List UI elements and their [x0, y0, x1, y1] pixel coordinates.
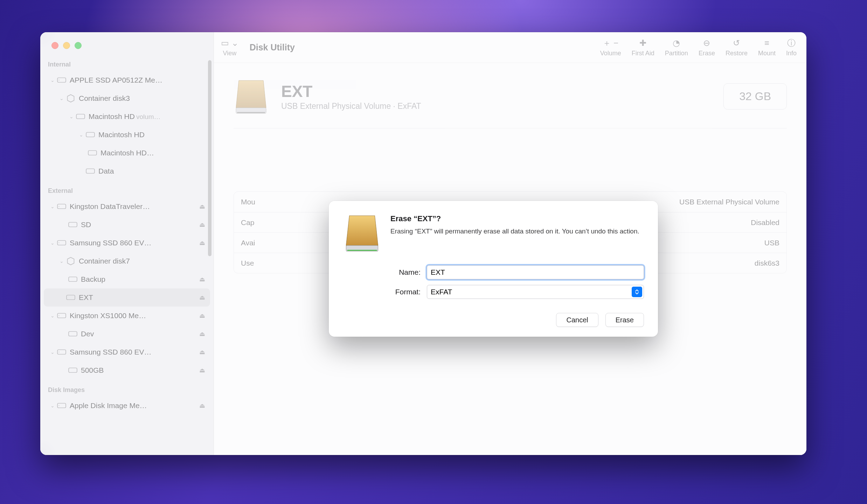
divider — [234, 128, 787, 128]
volume-icon — [86, 168, 95, 175]
erase-button[interactable]: ⊖Erase — [699, 38, 715, 57]
close-button[interactable] — [51, 42, 58, 49]
svg-rect-4 — [88, 151, 97, 155]
volume-button[interactable]: ＋ −Volume — [600, 38, 621, 57]
svg-point-10 — [58, 243, 59, 243]
eject-icon[interactable]: ⏏ — [199, 239, 207, 247]
eject-icon[interactable]: ⏏ — [199, 294, 207, 301]
volume-icon — [66, 294, 75, 301]
info-key: Avai — [234, 239, 311, 247]
sidebar-item-disk[interactable]: ⌄ Kingston DataTraveler… ⏏ — [44, 197, 210, 216]
minimize-button[interactable] — [63, 42, 70, 49]
disk-icon — [57, 239, 66, 246]
plus-minus-icon: ＋ − — [603, 38, 618, 48]
info-button[interactable]: ⓘInfo — [786, 38, 797, 57]
erase-dialog: Erase “EXT”? Erasing “EXT” will permanen… — [329, 201, 658, 337]
sidebar-item-container[interactable]: ⌄ Container disk3 — [44, 89, 210, 107]
sidebar-item-container[interactable]: ⌄ Container disk7 — [44, 252, 210, 270]
restore-button[interactable]: ↺Restore — [726, 38, 748, 57]
svg-point-14 — [58, 315, 59, 316]
chevron-down-icon[interactable]: ⌄ — [58, 96, 65, 101]
scrollbar-thumb[interactable] — [208, 60, 211, 256]
chevron-down-icon[interactable]: ⌄ — [78, 132, 84, 138]
sidebar-item-volume[interactable]: 500GB ⏏ — [44, 361, 210, 379]
sidebar-item-snapshot[interactable]: Macintosh HD… — [44, 144, 210, 162]
eject-icon[interactable]: ⏏ — [199, 275, 207, 283]
toolbar-label: Restore — [726, 50, 748, 57]
sidebar-item-disk[interactable]: ⌄ Kingston XS1000 Me… ⏏ — [44, 307, 210, 325]
sidebar-item-volume[interactable]: Data — [44, 162, 210, 180]
chevron-down-icon[interactable]: ⌄ — [49, 240, 56, 246]
view-menu-button[interactable]: ▭ ⌄ View — [221, 38, 238, 57]
sidebar-item-volume[interactable]: SD ⏏ — [44, 216, 210, 234]
svg-point-20 — [58, 405, 59, 406]
format-select[interactable]: ExFAT — [427, 285, 644, 299]
restore-icon: ↺ — [733, 38, 740, 48]
eject-icon[interactable]: ⏏ — [199, 312, 207, 320]
name-input[interactable] — [427, 265, 644, 279]
sidebar-item-volume-group[interactable]: ⌄ Macintosh HDvolum… — [44, 107, 210, 126]
partition-button[interactable]: ◔Partition — [665, 38, 688, 57]
first-aid-button[interactable]: ✚First Aid — [632, 38, 654, 57]
toolbar-label: Volume — [600, 50, 621, 57]
toolbar-label: Info — [786, 50, 797, 57]
volume-icon — [68, 330, 77, 337]
toolbar-label: First Aid — [632, 50, 654, 57]
chevron-down-icon[interactable]: ⌄ — [49, 204, 56, 209]
eject-icon[interactable]: ⏏ — [199, 330, 207, 338]
sidebar-item-volume[interactable]: Dev ⏏ — [44, 325, 210, 343]
svg-rect-22 — [237, 112, 265, 113]
disk-icon — [57, 203, 66, 210]
format-label: Format: — [343, 288, 421, 296]
traffic-lights — [40, 42, 214, 49]
info-key: Cap — [234, 218, 311, 227]
info-icon: ⓘ — [787, 38, 796, 48]
toolbar: ▭ ⌄ View Disk Utility ＋ −Volume ✚First A… — [214, 32, 806, 63]
svg-rect-5 — [86, 169, 95, 174]
svg-rect-24 — [347, 250, 377, 251]
svg-rect-3 — [86, 133, 95, 137]
chevron-down-icon[interactable]: ⌄ — [49, 403, 56, 408]
cancel-button[interactable]: Cancel — [556, 313, 598, 327]
mount-button[interactable]: ≡Mount — [758, 38, 776, 57]
external-drive-icon — [343, 213, 381, 253]
sidebar-item-label: Kingston DataTraveler… — [70, 202, 199, 211]
zoom-button[interactable] — [75, 42, 82, 49]
container-icon — [66, 95, 75, 102]
eject-icon[interactable]: ⏏ — [199, 366, 207, 374]
chevron-down-icon[interactable]: ⌄ — [49, 349, 56, 355]
sidebar-scrollbar[interactable] — [207, 60, 213, 451]
chevron-down-icon[interactable]: ⌄ — [68, 114, 75, 119]
sidebar-item-disk-image[interactable]: ⌄ Apple Disk Image Me… ⏏ — [44, 397, 210, 415]
disk-icon — [57, 312, 66, 319]
sidebar-section-internal: Internal — [40, 59, 214, 71]
svg-rect-2 — [76, 114, 85, 119]
sidebar-item-label: Backup — [81, 275, 199, 284]
eject-icon[interactable]: ⏏ — [199, 203, 207, 210]
name-label: Name: — [343, 268, 421, 276]
chevron-down-icon[interactable]: ⌄ — [49, 77, 56, 83]
sidebar-item-disk[interactable]: ⌄ Samsung SSD 860 EV… ⏏ — [44, 343, 210, 361]
external-drive-icon — [234, 77, 269, 115]
mount-icon: ≡ — [764, 38, 769, 48]
sidebar-item-label: EXT — [79, 293, 199, 302]
toolbar-label: View — [223, 50, 236, 57]
erase-confirm-button[interactable]: Erase — [605, 313, 644, 327]
eject-icon[interactable]: ⏏ — [199, 402, 207, 410]
disk-icon — [57, 402, 66, 409]
volume-name: EXT — [281, 82, 421, 101]
sidebar-item-label: 500GB — [81, 366, 199, 374]
sidebar-item-volume-selected[interactable]: EXT ⏏ — [44, 288, 210, 307]
svg-rect-18 — [69, 368, 77, 373]
sidebar-item-volume[interactable]: ⌄ Macintosh HD — [44, 126, 210, 144]
sidebar-item-volume[interactable]: Backup ⏏ — [44, 270, 210, 288]
volume-icon — [68, 221, 77, 228]
eject-icon[interactable]: ⏏ — [199, 221, 207, 229]
dialog-description: Erasing “EXT” will permanently erase all… — [390, 227, 639, 236]
chevron-down-icon[interactable]: ⌄ — [58, 258, 65, 264]
toolbar-label: Erase — [699, 50, 715, 57]
sidebar-item-disk[interactable]: ⌄ APPLE SSD AP0512Z Me… — [44, 71, 210, 89]
eject-icon[interactable]: ⏏ — [199, 348, 207, 356]
chevron-down-icon[interactable]: ⌄ — [49, 313, 56, 318]
sidebar-item-disk[interactable]: ⌄ Samsung SSD 860 EV… ⏏ — [44, 234, 210, 252]
